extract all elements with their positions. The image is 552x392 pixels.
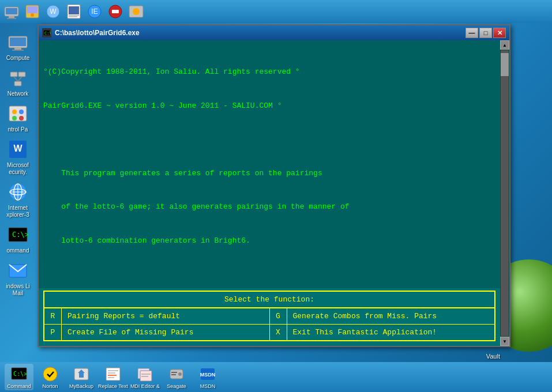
line-blank-1 (43, 134, 495, 145)
taskbar-bottom-msdn[interactable]: MSDN MSDN (193, 365, 222, 389)
svg-point-60 (178, 372, 182, 376)
sidebar-label-network: Network (7, 91, 29, 97)
sidebar-item-network[interactable]: Network (1, 66, 35, 97)
line-1: PairGrid6.EXE ~ version 1.0 ~ June 2011 … (43, 100, 495, 112)
svg-rect-28 (9, 106, 27, 121)
svg-rect-21 (14, 48, 21, 50)
label-pairing-reports[interactable]: Pairing Reports = default (62, 308, 270, 324)
svg-point-29 (12, 110, 17, 114)
console-content: °(C)Copyright 1988-2011, Ion Saliu. All … (39, 40, 500, 288)
console-window: C:\ C:\bas\lotto\PairGrid6.exe — □ ✕ °(C… (37, 24, 510, 347)
taskbar-bottom: C:\> Command Norton MyBackup (0, 362, 552, 392)
svg-rect-10 (69, 6, 79, 14)
svg-point-47 (43, 367, 57, 381)
sidebar-label-command: ommand (7, 247, 29, 254)
taskbar-bottom-seagate[interactable]: Seagate (162, 365, 191, 389)
sidebar-item-computer[interactable]: Compute (1, 31, 35, 62)
taskbar-icon-6[interactable] (106, 2, 125, 21)
taskbar-bottom-label-command: Command (7, 383, 31, 389)
console-text: °(C)Copyright 1988-2011, Ion Saliu. All … (43, 44, 495, 285)
key-r[interactable]: R (44, 308, 62, 324)
svg-point-32 (19, 116, 24, 120)
close-button[interactable]: ✕ (493, 28, 506, 38)
sidebar-label-computer: Compute (6, 55, 30, 62)
sidebar-label-windows: Microsof ecurity. (1, 162, 35, 176)
taskbar-bottom-label-replace: Replace Text (98, 383, 128, 389)
taskbar-icon-2[interactable] (23, 2, 42, 21)
svg-rect-50 (106, 368, 120, 380)
svg-text:W: W (50, 7, 57, 16)
svg-line-26 (14, 77, 18, 81)
taskbar-icon-5[interactable]: IE (85, 2, 104, 21)
svg-text:C:\: C:\ (44, 31, 51, 36)
taskbar-icon-7[interactable] (127, 2, 145, 21)
svg-rect-62 (171, 374, 176, 375)
svg-rect-2 (9, 16, 14, 18)
scrollbar-up-button[interactable]: ▲ (500, 40, 509, 50)
line-4: lotto-6 combination generators in Bright… (43, 235, 495, 247)
line-0: °(C)Copyright 1988-2011, Ion Saliu. All … (43, 66, 495, 78)
label-generate-combos[interactable]: Generate Combos from Miss. Pairs (287, 308, 495, 324)
svg-rect-1 (6, 8, 17, 14)
svg-rect-20 (10, 37, 26, 46)
selection-rows: R Pairing Reports = default G Generate C… (44, 308, 494, 340)
label-exit[interactable]: Exit This Fantastic Application! (287, 325, 495, 340)
taskbar-bottom-mybackup[interactable]: MyBackup (67, 365, 96, 389)
svg-text:IE: IE (91, 7, 97, 16)
sidebar-item-windows-live-mail[interactable]: indows Li Mail (1, 259, 35, 297)
window-app-icon: C:\ (42, 28, 51, 37)
svg-line-27 (18, 77, 22, 81)
sidebar-item-windows-security[interactable]: W Microsof ecurity. (1, 138, 35, 176)
svg-text:C:\>: C:\> (12, 231, 28, 239)
taskbar-icon-4[interactable] (65, 2, 83, 21)
scrollbar-thumb[interactable] (501, 53, 509, 76)
svg-rect-5 (27, 6, 37, 13)
sidebar-item-command[interactable]: C:\> ommand (1, 223, 35, 254)
svg-point-6 (31, 13, 34, 17)
svg-text:MSDN: MSDN (200, 372, 216, 378)
taskbar-bottom-norton[interactable]: Norton (36, 365, 65, 389)
sidebar-label-control: ntrol Pa (8, 126, 28, 133)
line-3: of the lotto-6 game; it also generates p… (43, 201, 495, 213)
taskbar-icon-3[interactable]: W (44, 2, 62, 21)
taskbar-bottom-replace-text[interactable]: Replace Text (98, 365, 128, 389)
sidebar: Compute Network ntrol Pa (0, 26, 36, 297)
svg-rect-25 (14, 81, 21, 86)
vault-label: Vault (486, 353, 500, 360)
key-x[interactable]: X (270, 325, 287, 340)
svg-point-18 (133, 8, 140, 15)
taskbar-top: W IE (0, 0, 552, 23)
label-create-file[interactable]: Create File of Missing Pairs (62, 325, 270, 340)
minimize-button[interactable]: — (465, 28, 478, 38)
taskbar-icon-1[interactable] (2, 2, 21, 21)
taskbar-bottom-label-mdi: MDI Editor & (130, 383, 160, 389)
sidebar-item-internet-explorer[interactable]: Internet xplorer-3 (1, 180, 35, 218)
taskbar-bottom-label-backup: MyBackup (69, 383, 93, 389)
svg-rect-61 (171, 372, 177, 373)
maximize-button[interactable]: □ (479, 28, 492, 38)
svg-rect-23 (10, 72, 17, 77)
scrollbar-down-button[interactable]: ▼ (500, 337, 509, 346)
key-p[interactable]: P (44, 325, 62, 340)
selection-box: Select the function: R Pairing Reports =… (43, 291, 495, 341)
taskbar-bottom-mdi-editor[interactable]: MDI Editor & (130, 365, 160, 389)
svg-point-30 (19, 110, 24, 114)
console-inner: °(C)Copyright 1988-2011, Ion Saliu. All … (39, 40, 500, 346)
taskbar-bottom-label-msdn: MSDN (200, 383, 216, 389)
scrollbar-track[interactable] (501, 50, 509, 336)
sidebar-label-mail: indows Li Mail (1, 283, 35, 297)
svg-text:W: W (13, 144, 22, 153)
selection-title: Select the function: (44, 292, 494, 308)
svg-rect-49 (79, 373, 84, 378)
taskbar-bottom-command[interactable]: C:\> Command (5, 364, 33, 390)
selection-row-1: R Pairing Reports = default G Generate C… (44, 308, 494, 324)
svg-rect-16 (112, 10, 119, 13)
taskbar-bottom-label-norton: Norton (42, 383, 58, 389)
svg-text:C:\>: C:\> (13, 371, 27, 377)
key-g[interactable]: G (270, 308, 287, 324)
window-titlebar: C:\ C:\bas\lotto\PairGrid6.exe — □ ✕ (39, 25, 509, 40)
line-blank-2 (43, 269, 495, 280)
sidebar-item-control-panel[interactable]: ntrol Pa (1, 102, 35, 133)
window-controls: — □ ✕ (465, 28, 506, 38)
svg-rect-56 (140, 371, 152, 381)
